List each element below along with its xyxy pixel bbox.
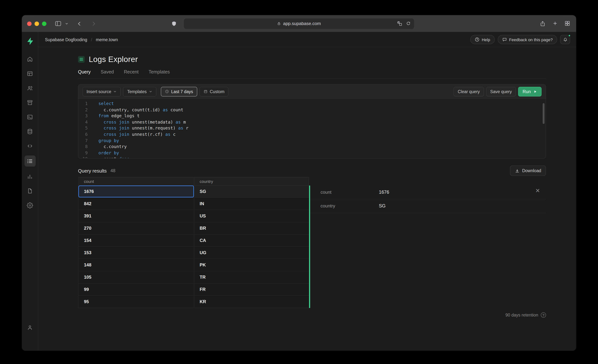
cell-country[interactable]: KR <box>194 296 309 307</box>
sql-editor[interactable]: 12345678910 select c.country, count(t.id… <box>78 99 546 158</box>
chevron-down-icon[interactable] <box>64 21 69 26</box>
cell-country[interactable]: PK <box>194 259 309 271</box>
tab-query[interactable]: Query <box>78 69 91 75</box>
custom-range-button[interactable]: Custom <box>199 87 228 96</box>
back-button[interactable] <box>75 19 83 28</box>
help-label: Help <box>482 37 490 42</box>
sidebar-item-storage[interactable] <box>25 97 35 107</box>
table-row[interactable]: 153UG <box>78 247 309 259</box>
cell-count[interactable]: 842 <box>78 198 194 210</box>
privacy-shield-icon[interactable] <box>171 20 177 27</box>
line-number: 9 <box>78 150 88 156</box>
sidebar-item-settings[interactable] <box>25 200 35 210</box>
zoom-window-button[interactable] <box>42 21 46 26</box>
editor-scrollbar[interactable] <box>543 103 545 124</box>
code-line: order by <box>99 150 546 156</box>
line-number: 4 <box>78 119 88 125</box>
templates-button[interactable]: Templates <box>123 87 156 96</box>
sidebar-item-table-editor[interactable] <box>25 69 35 78</box>
cell-country[interactable]: FR <box>194 283 309 295</box>
run-label: Run <box>523 89 531 94</box>
cell-count[interactable]: 148 <box>78 259 194 271</box>
minimize-window-button[interactable] <box>34 21 39 26</box>
line-numbers: 12345678910 <box>78 101 92 158</box>
column-header-count[interactable]: count <box>78 177 194 185</box>
cell-country[interactable]: TR <box>194 271 309 283</box>
new-tab-icon[interactable] <box>552 20 558 27</box>
cell-count[interactable]: 154 <box>78 235 194 246</box>
share-icon[interactable] <box>540 20 546 27</box>
column-header-country[interactable]: country <box>194 177 309 185</box>
address-bar[interactable]: app.supabase.com <box>184 18 414 29</box>
sidebar-toggle-icon[interactable] <box>54 20 62 27</box>
reload-icon[interactable] <box>406 21 411 26</box>
sidebar-item-reports[interactable] <box>25 171 35 181</box>
detail-field: count1676 <box>310 186 546 199</box>
cell-country[interactable]: IN <box>194 198 309 210</box>
notifications-button[interactable] <box>560 35 570 44</box>
save-query-button[interactable]: Save query <box>486 87 516 96</box>
breadcrumb: Supabase Dogfooding / meme.town <box>45 37 118 42</box>
table-row[interactable]: 842IN <box>78 198 309 210</box>
account-icon[interactable] <box>25 323 35 332</box>
clear-query-label: Clear query <box>458 89 480 94</box>
save-query-label: Save query <box>490 89 512 94</box>
table-row[interactable]: 99FR <box>78 283 309 296</box>
breadcrumb-org[interactable]: Supabase Dogfooding <box>45 37 87 42</box>
cell-count[interactable]: 153 <box>78 247 194 259</box>
tab-overview-icon[interactable] <box>565 20 570 27</box>
translate-icon[interactable] <box>397 21 402 26</box>
table-row[interactable]: 148PK <box>78 259 309 271</box>
window-controls <box>27 21 46 26</box>
tab-templates[interactable]: Templates <box>149 69 170 75</box>
cell-country[interactable]: UG <box>194 247 309 259</box>
sidebar-item-sql-editor[interactable] <box>25 112 35 122</box>
clear-query-button[interactable]: Clear query <box>454 87 484 96</box>
download-icon <box>515 168 520 173</box>
feedback-button[interactable]: Feedback on this page? <box>498 35 557 44</box>
cell-count[interactable]: 99 <box>78 283 194 295</box>
cell-country[interactable]: US <box>194 210 309 222</box>
url-text: app.supabase.com <box>283 21 321 26</box>
insert-source-button[interactable]: Insert source <box>83 87 121 96</box>
feedback-label: Feedback on this page? <box>509 37 553 42</box>
table-row[interactable]: 391US <box>78 210 309 222</box>
sidebar-item-auth[interactable] <box>25 83 35 93</box>
line-number: 7 <box>78 138 88 144</box>
breadcrumb-project[interactable]: meme.town <box>96 37 118 42</box>
retention-label: 90 days retention <box>506 313 538 317</box>
clock-icon <box>165 89 169 94</box>
last-7-days-button[interactable]: Last 7 days <box>161 87 197 96</box>
sidebar-item-functions[interactable] <box>25 141 35 151</box>
table-row[interactable]: 270BR <box>78 222 309 235</box>
sidebar-item-database[interactable] <box>25 127 35 136</box>
cell-country[interactable]: BR <box>194 222 309 234</box>
download-button[interactable]: Download <box>510 165 546 176</box>
retention-help-icon[interactable]: ? <box>541 312 546 318</box>
run-button[interactable]: Run <box>518 87 541 96</box>
tab-recent[interactable]: Recent <box>124 69 139 75</box>
sidebar-item-home[interactable] <box>25 54 35 64</box>
table-row[interactable]: 154CA <box>78 235 309 247</box>
cell-country[interactable]: CA <box>194 235 309 246</box>
cell-country[interactable]: SG <box>194 186 309 197</box>
nav-sidebar <box>22 32 38 351</box>
sidebar-item-api-docs[interactable] <box>25 186 35 195</box>
cell-count[interactable]: 105 <box>78 271 194 283</box>
cell-count[interactable]: 270 <box>78 222 194 234</box>
cell-count[interactable]: 391 <box>78 210 194 222</box>
table-row[interactable]: 105TR <box>78 271 309 283</box>
close-icon[interactable]: ✕ <box>535 188 540 193</box>
line-number: 3 <box>78 113 88 119</box>
table-row[interactable]: 1676SG <box>78 186 309 198</box>
table-row[interactable]: 95KR <box>78 296 309 308</box>
cell-count[interactable]: 95 <box>78 296 194 307</box>
cell-count[interactable]: 1676 <box>78 186 194 197</box>
tab-saved[interactable]: Saved <box>101 69 114 75</box>
sidebar-item-logs[interactable] <box>24 155 35 167</box>
help-button[interactable]: Help <box>470 35 495 44</box>
last-7-days-label: Last 7 days <box>171 89 193 94</box>
forward-button[interactable] <box>90 19 98 28</box>
close-window-button[interactable] <box>27 21 32 26</box>
supabase-logo[interactable] <box>26 37 34 45</box>
